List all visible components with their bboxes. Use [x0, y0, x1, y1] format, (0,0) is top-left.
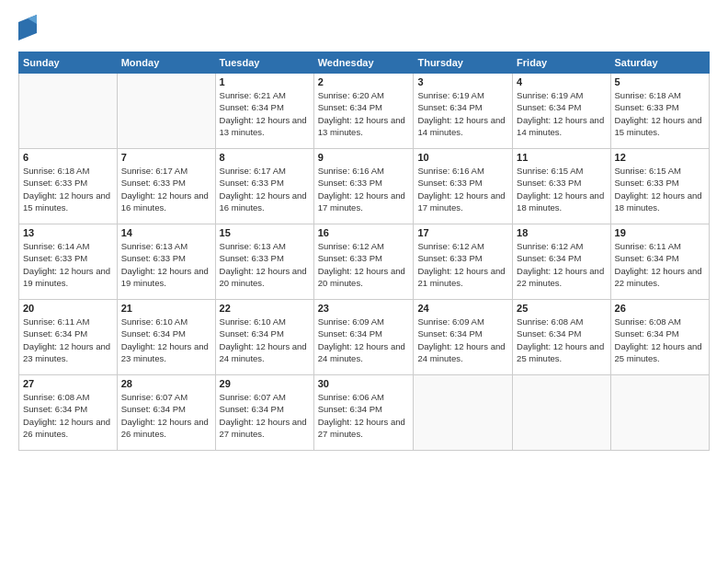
day-number: 22 [220, 303, 310, 314]
calendar-cell [414, 375, 513, 451]
day-number: 12 [615, 152, 705, 163]
day-detail: Sunrise: 6:16 AMSunset: 6:33 PMDaylight:… [318, 165, 410, 213]
day-detail: Sunrise: 6:21 AMSunset: 6:34 PMDaylight:… [220, 89, 310, 138]
day-detail: Sunrise: 6:12 AMSunset: 6:33 PMDaylight:… [318, 240, 410, 289]
day-number: 30 [318, 378, 410, 389]
day-number: 29 [220, 378, 310, 389]
calendar-cell: 4Sunrise: 6:19 AMSunset: 6:34 PMDaylight… [513, 74, 610, 149]
logo-icon [18, 15, 37, 40]
day-detail: Sunrise: 6:09 AMSunset: 6:34 PMDaylight:… [417, 316, 508, 364]
day-number: 11 [517, 152, 606, 163]
calendar-cell: 14Sunrise: 6:13 AMSunset: 6:33 PMDayligh… [117, 224, 215, 300]
calendar-cell: 25Sunrise: 6:08 AMSunset: 6:34 PMDayligh… [513, 300, 610, 375]
day-number: 7 [121, 152, 211, 163]
calendar-cell: 27Sunrise: 6:08 AMSunset: 6:34 PMDayligh… [19, 375, 118, 451]
day-detail: Sunrise: 6:16 AMSunset: 6:33 PMDaylight:… [417, 165, 508, 213]
day-number: 21 [121, 303, 211, 314]
day-detail: Sunrise: 6:06 AMSunset: 6:34 PMDaylight:… [318, 391, 410, 440]
day-detail: Sunrise: 6:08 AMSunset: 6:34 PMDaylight:… [517, 316, 606, 364]
day-detail: Sunrise: 6:18 AMSunset: 6:33 PMDaylight:… [615, 89, 705, 138]
day-number: 24 [417, 303, 508, 314]
day-number: 19 [615, 227, 705, 238]
calendar-cell: 22Sunrise: 6:10 AMSunset: 6:34 PMDayligh… [215, 300, 313, 375]
day-detail: Sunrise: 6:12 AMSunset: 6:34 PMDaylight:… [517, 240, 606, 289]
calendar-cell: 18Sunrise: 6:12 AMSunset: 6:34 PMDayligh… [513, 224, 610, 300]
calendar-cell: 8Sunrise: 6:17 AMSunset: 6:33 PMDaylight… [215, 149, 313, 224]
calendar-cell: 9Sunrise: 6:16 AMSunset: 6:33 PMDaylight… [313, 149, 414, 224]
calendar-cell [19, 74, 118, 149]
day-number: 2 [318, 76, 410, 87]
day-number: 6 [23, 152, 113, 163]
day-detail: Sunrise: 6:18 AMSunset: 6:33 PMDaylight:… [23, 165, 113, 213]
day-number: 26 [615, 303, 705, 314]
calendar-cell [513, 375, 610, 451]
calendar-week-row: 13Sunrise: 6:14 AMSunset: 6:33 PMDayligh… [19, 224, 710, 300]
calendar-cell: 21Sunrise: 6:10 AMSunset: 6:34 PMDayligh… [117, 300, 215, 375]
day-number: 25 [517, 303, 606, 314]
day-detail: Sunrise: 6:15 AMSunset: 6:33 PMDaylight:… [517, 165, 606, 213]
calendar-week-row: 6Sunrise: 6:18 AMSunset: 6:33 PMDaylight… [19, 149, 710, 224]
weekday-header: Wednesday [313, 52, 414, 74]
day-detail: Sunrise: 6:17 AMSunset: 6:33 PMDaylight:… [121, 165, 211, 213]
page: SundayMondayTuesdayWednesdayThursdayFrid… [0, 0, 728, 563]
calendar-cell: 3Sunrise: 6:19 AMSunset: 6:34 PMDaylight… [414, 74, 513, 149]
day-number: 17 [417, 227, 508, 238]
calendar-cell: 19Sunrise: 6:11 AMSunset: 6:34 PMDayligh… [610, 224, 709, 300]
day-number: 8 [220, 152, 310, 163]
calendar-cell: 20Sunrise: 6:11 AMSunset: 6:34 PMDayligh… [19, 300, 118, 375]
calendar-cell: 15Sunrise: 6:13 AMSunset: 6:33 PMDayligh… [215, 224, 313, 300]
weekday-header: Monday [117, 52, 215, 74]
day-detail: Sunrise: 6:19 AMSunset: 6:34 PMDaylight:… [517, 89, 606, 138]
calendar-cell [117, 74, 215, 149]
weekday-header-row: SundayMondayTuesdayWednesdayThursdayFrid… [19, 52, 710, 74]
day-detail: Sunrise: 6:13 AMSunset: 6:33 PMDaylight:… [121, 240, 211, 289]
calendar-week-row: 20Sunrise: 6:11 AMSunset: 6:34 PMDayligh… [19, 300, 710, 375]
day-number: 18 [517, 227, 606, 238]
calendar-cell: 6Sunrise: 6:18 AMSunset: 6:33 PMDaylight… [19, 149, 118, 224]
calendar-cell: 28Sunrise: 6:07 AMSunset: 6:34 PMDayligh… [117, 375, 215, 451]
calendar-cell: 12Sunrise: 6:15 AMSunset: 6:33 PMDayligh… [610, 149, 709, 224]
day-number: 1 [220, 76, 310, 87]
day-detail: Sunrise: 6:10 AMSunset: 6:34 PMDaylight:… [220, 316, 310, 364]
day-number: 15 [220, 227, 310, 238]
day-number: 10 [417, 152, 508, 163]
day-detail: Sunrise: 6:13 AMSunset: 6:33 PMDaylight:… [220, 240, 310, 289]
day-detail: Sunrise: 6:09 AMSunset: 6:34 PMDaylight:… [318, 316, 410, 364]
calendar-cell: 7Sunrise: 6:17 AMSunset: 6:33 PMDaylight… [117, 149, 215, 224]
calendar-cell: 26Sunrise: 6:08 AMSunset: 6:34 PMDayligh… [610, 300, 709, 375]
day-number: 4 [517, 76, 606, 87]
day-detail: Sunrise: 6:08 AMSunset: 6:34 PMDaylight:… [23, 391, 113, 440]
header [18, 15, 710, 40]
day-detail: Sunrise: 6:19 AMSunset: 6:34 PMDaylight:… [417, 89, 508, 138]
day-detail: Sunrise: 6:10 AMSunset: 6:34 PMDaylight:… [121, 316, 211, 364]
day-number: 28 [121, 378, 211, 389]
day-number: 16 [318, 227, 410, 238]
calendar-cell: 17Sunrise: 6:12 AMSunset: 6:33 PMDayligh… [414, 224, 513, 300]
logo [18, 15, 39, 40]
day-detail: Sunrise: 6:08 AMSunset: 6:34 PMDaylight:… [615, 316, 705, 364]
calendar-cell: 24Sunrise: 6:09 AMSunset: 6:34 PMDayligh… [414, 300, 513, 375]
day-detail: Sunrise: 6:12 AMSunset: 6:33 PMDaylight:… [417, 240, 508, 289]
calendar-week-row: 1Sunrise: 6:21 AMSunset: 6:34 PMDaylight… [19, 74, 710, 149]
day-detail: Sunrise: 6:14 AMSunset: 6:33 PMDaylight:… [23, 240, 113, 289]
day-detail: Sunrise: 6:20 AMSunset: 6:34 PMDaylight:… [318, 89, 410, 138]
calendar-cell: 5Sunrise: 6:18 AMSunset: 6:33 PMDaylight… [610, 74, 709, 149]
calendar-cell: 10Sunrise: 6:16 AMSunset: 6:33 PMDayligh… [414, 149, 513, 224]
calendar-cell: 13Sunrise: 6:14 AMSunset: 6:33 PMDayligh… [19, 224, 118, 300]
day-detail: Sunrise: 6:07 AMSunset: 6:34 PMDaylight:… [220, 391, 310, 440]
weekday-header: Tuesday [215, 52, 313, 74]
day-number: 14 [121, 227, 211, 238]
calendar-week-row: 27Sunrise: 6:08 AMSunset: 6:34 PMDayligh… [19, 375, 710, 451]
day-detail: Sunrise: 6:11 AMSunset: 6:34 PMDaylight:… [23, 316, 113, 364]
calendar-cell: 16Sunrise: 6:12 AMSunset: 6:33 PMDayligh… [313, 224, 414, 300]
calendar-cell: 11Sunrise: 6:15 AMSunset: 6:33 PMDayligh… [513, 149, 610, 224]
day-number: 3 [417, 76, 508, 87]
day-detail: Sunrise: 6:15 AMSunset: 6:33 PMDaylight:… [615, 165, 705, 213]
day-number: 27 [23, 378, 113, 389]
day-number: 5 [615, 76, 705, 87]
calendar-cell: 29Sunrise: 6:07 AMSunset: 6:34 PMDayligh… [215, 375, 313, 451]
calendar: SundayMondayTuesdayWednesdayThursdayFrid… [18, 52, 710, 451]
weekday-header: Sunday [19, 52, 118, 74]
calendar-cell: 1Sunrise: 6:21 AMSunset: 6:34 PMDaylight… [215, 74, 313, 149]
calendar-cell: 23Sunrise: 6:09 AMSunset: 6:34 PMDayligh… [313, 300, 414, 375]
